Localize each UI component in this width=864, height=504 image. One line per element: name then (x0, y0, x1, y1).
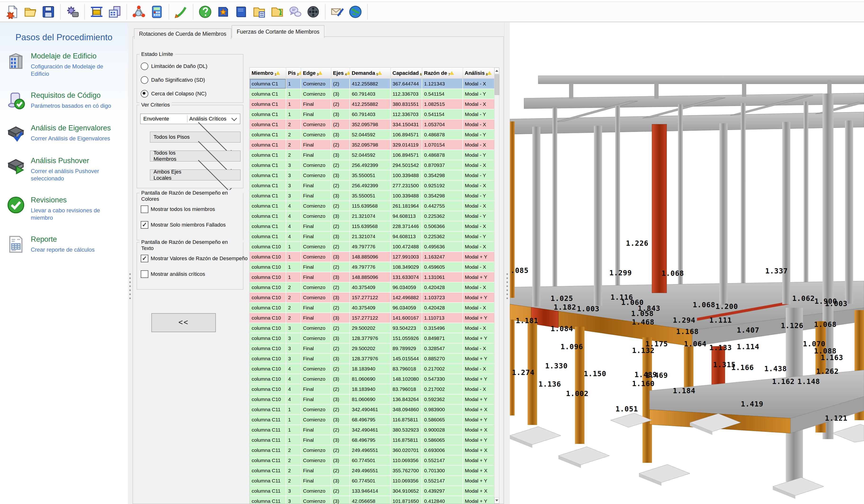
manual-new-icon[interactable] (216, 5, 230, 19)
radio-option-2[interactable]: Daño Significativo (SD) (141, 76, 205, 84)
table-row[interactable]: columna C13Final(3)35.550051100.3394880.… (250, 190, 494, 201)
column-header-edge[interactable]: Edge3 (301, 68, 331, 79)
checkbox-row[interactable]: Mostrar todos los miembros (141, 206, 215, 213)
radio-option-3[interactable]: Cerca del Colapso (NC) (141, 90, 207, 98)
settings-icon[interactable] (65, 5, 80, 19)
table-row[interactable]: columna C102Comienzo(2)40.37540996.03405… (250, 282, 494, 292)
scroll-thumb[interactable] (495, 74, 500, 95)
web-icon[interactable] (348, 5, 362, 19)
filter-dropdown-1[interactable]: Todos los Pisos (150, 132, 240, 143)
table-row[interactable]: columna C111Comienzo(3)68.496795116.8758… (250, 415, 494, 425)
table-row[interactable]: columna C13Comienzo(3)35.550051100.33948… (250, 170, 494, 180)
sidebar-item-3[interactable]: Análisis de EigenvaloresCorrer Análisis … (6, 123, 128, 143)
table-row[interactable]: columna C14Final(2)115.639568228.3714460… (250, 221, 494, 231)
table-row[interactable]: columna C12Final(2)352.095798329.0141191… (250, 140, 494, 150)
table-row[interactable]: columna C111Final(2)342.490461380.532923… (250, 425, 494, 435)
table-row[interactable]: columna C11Final(2)412.255882380.8315511… (250, 99, 494, 109)
column-header-miembro[interactable]: Miembro1 (250, 68, 286, 79)
scroll-down-button[interactable] (494, 497, 499, 504)
column-header-ejes[interactable]: Ejes4 (331, 68, 350, 79)
sidebar-item-subtitle[interactable]: Cofiguración de Modelaje de Edificio (31, 63, 118, 77)
table-row[interactable]: columna C103Comienzo(3)128.377976151.055… (250, 333, 494, 343)
new-document-icon[interactable] (5, 5, 20, 19)
table-row[interactable]: columna C14Final(3)21.32107494.6081130.2… (250, 231, 494, 242)
sidebar-item-subtitle[interactable]: Correr Análisis de Eigenvalores (31, 135, 118, 142)
table-row[interactable]: columna C111Comienzo(2)342.490461348.094… (250, 404, 494, 415)
table-row[interactable]: columna C13Final(2)256.492399277.2315000… (250, 180, 494, 190)
table-row[interactable]: columna C101Final(3)148.885096131.633074… (250, 272, 494, 282)
sidebar-item-1[interactable]: Modelaje de EdificioCofiguración de Mode… (6, 51, 128, 77)
table-row[interactable]: columna C13Comienzo(2)256.492399294.5015… (250, 160, 494, 170)
sidebar-item-subtitle[interactable]: Crear reporte de cálculos (31, 246, 118, 253)
column-header-pis[interactable]: Pis2 (286, 68, 301, 79)
column-header-raz-n-de[interactable]: Razón de7 (422, 68, 463, 79)
table-row[interactable]: columna C101Comienzo(2)49.797776100.4724… (250, 242, 494, 251)
checkbox-row[interactable]: ✓Mostrar Valores de Razón de Desempeño (141, 255, 248, 262)
folder-import-icon[interactable] (270, 5, 284, 19)
table-row[interactable]: columna C112Final(3)60.774501110.0693560… (250, 476, 494, 486)
table-row[interactable]: columna C103Final(2)29.50020289.7899290.… (250, 343, 494, 354)
table-row[interactable]: columna C12Final(3)52.044592106.8945710.… (250, 150, 494, 160)
table-row[interactable]: columna C104Final(3)81.060690136.8432640… (250, 394, 494, 404)
filter-dropdown-2[interactable]: Todos los Miembros (150, 150, 240, 161)
calculator-icon[interactable] (150, 5, 164, 19)
table-row[interactable]: columna C103Final(3)128.377976145.015544… (250, 354, 494, 364)
building-3d-viewport[interactable]: 1.226.0851.2991.0681.3371.0251.1161.0601… (510, 23, 864, 504)
table-row[interactable]: columna C14Comienzo(3)21.32107494.608113… (250, 211, 494, 221)
tab-fuerzas[interactable]: Fuerzas de Cortante de Miembros (232, 25, 324, 38)
help-icon[interactable] (198, 5, 212, 19)
comments-icon[interactable] (288, 5, 302, 19)
table-row[interactable]: columna C111Final(3)68.496795116.8758110… (250, 435, 494, 445)
checkbox-row[interactable]: ✓Mostrar Solo miembros Fallados (141, 221, 226, 229)
table-row[interactable]: columna C104Comienzo(3)81.060690148.1020… (250, 374, 494, 384)
table-row[interactable]: columna C11Comienzo(2)412.255882367.6447… (250, 79, 494, 89)
table-row[interactable]: columna C11Final(3)60.791403112.3367030.… (250, 109, 494, 119)
tab-rotaciones[interactable]: Rotaciones de Cuerda de Miembros (134, 28, 231, 39)
column-header-an-lisis[interactable]: Análisis8 (463, 68, 494, 79)
table-row[interactable]: columna C11Comienzo(3)60.791403112.33670… (250, 89, 494, 99)
table-row[interactable]: columna C102Comienzo(3)157.277122142.496… (250, 292, 494, 303)
table-row[interactable]: columna C12Comienzo(2)352.095798334.1504… (250, 119, 494, 130)
sidebar-splitter[interactable] (128, 23, 132, 504)
table-row[interactable]: columna C103Comienzo(2)29.50020293.50422… (250, 323, 494, 333)
save-icon[interactable] (41, 5, 56, 19)
table-row[interactable]: columna C102Final(2)40.37540996.0340590.… (250, 303, 494, 313)
radio-option-1[interactable]: Limitación de Daño (DL) (141, 62, 207, 70)
table-row[interactable]: columna C112Comienzo(2)249.496551360.020… (250, 445, 494, 455)
column-header-demanda[interactable]: Demanda5 (350, 68, 391, 79)
style-brush-icon[interactable] (174, 5, 188, 19)
sidebar-item-subtitle[interactable]: Correr el análisis Pushover seleccionado (31, 167, 118, 182)
sidebar-item-4[interactable]: Análisis PushoverCorrer el análisis Push… (6, 156, 128, 182)
sidebar-item-6[interactable]: ReporteCrear reporte de cálculos (6, 235, 128, 254)
table-row[interactable]: columna C113Comienzo(2)133.946414304.910… (250, 486, 494, 496)
table-row[interactable]: columna C112Comienzo(3)60.774501110.0693… (250, 455, 494, 465)
table-row[interactable]: columna C113Comienzo(3)42.056658101.8716… (250, 496, 494, 504)
building-report-icon[interactable] (108, 5, 122, 19)
criterio-combo[interactable]: Envolvente Análisis Críticos (140, 114, 240, 124)
structure-3d-icon[interactable] (132, 5, 146, 19)
filter-dropdown-3[interactable]: Ambos Ejes Locales (150, 170, 240, 180)
sidebar-item-subtitle[interactable]: Parámetros basados en có digo (31, 102, 118, 109)
table-row[interactable]: columna C102Final(3)157.277122141.600167… (250, 313, 494, 323)
folder-export-icon[interactable] (252, 5, 266, 19)
table-row[interactable]: columna C101Final(2)49.797776108.3490290… (250, 262, 494, 272)
video-icon[interactable] (306, 5, 320, 19)
table-row[interactable]: columna C14Comienzo(2)115.639568261.1819… (250, 201, 494, 211)
collapse-panel-button[interactable]: << (152, 313, 216, 332)
table-row[interactable]: columna C104Comienzo(2)18.18394083.79601… (250, 364, 494, 374)
table-row[interactable]: columna C12Comienzo(3)52.044592106.89457… (250, 130, 494, 140)
sidebar-item-subtitle[interactable]: Llevar a cabo revisiones de miembro (31, 207, 118, 221)
scroll-up-button[interactable] (494, 68, 499, 74)
sidebar-item-5[interactable]: RevisionesLlevar a cabo revisiones de mi… (6, 195, 128, 221)
table-scrollbar[interactable] (494, 67, 500, 504)
manual-icon[interactable] (234, 5, 248, 19)
table-row[interactable]: columna C104Final(2)18.18394083.7960180.… (250, 384, 494, 394)
table-row[interactable]: columna C112Final(2)249.496551355.762700… (250, 465, 494, 476)
sidebar-item-2[interactable]: Requisitos de CódigoParámetros basados e… (6, 91, 128, 110)
table-row[interactable]: columna C101Comienzo(3)148.885096127.991… (250, 251, 494, 262)
viewer-splitter[interactable] (504, 23, 510, 504)
checkbox-row[interactable]: Mostrar análisis críticos (141, 270, 205, 278)
column-header-capacidad[interactable]: Capacidad6 (391, 68, 422, 79)
frame-section-icon[interactable] (89, 5, 104, 19)
open-project-icon[interactable] (23, 5, 37, 19)
